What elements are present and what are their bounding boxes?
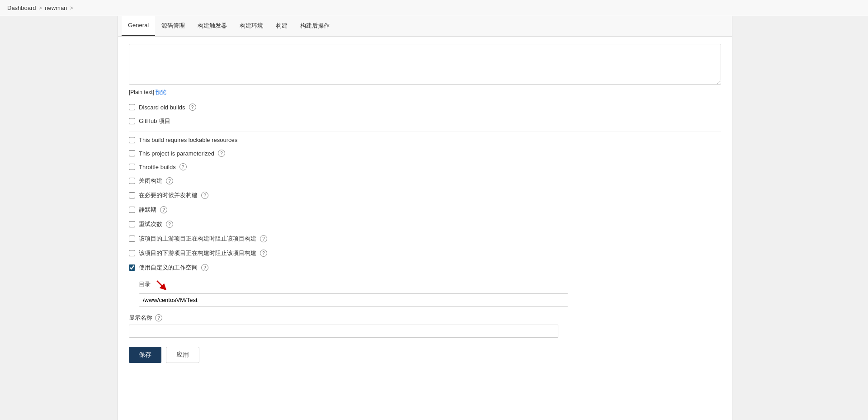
checkbox-row-concurrent: 在必要的时候并发构建 ? <box>129 191 721 199</box>
help-icon-upstream-block[interactable]: ? <box>260 235 267 242</box>
label-upstream-block: 该项目的上游项目正在构建时阻止该项目构建 <box>139 235 256 243</box>
divider-1 <box>129 132 721 132</box>
checkbox-row-parameterized: This project is parameterized ? <box>129 150 721 157</box>
checkbox-downstream-block[interactable] <box>129 250 135 256</box>
tab-source[interactable]: 源码管理 <box>155 16 191 36</box>
directory-input[interactable] <box>139 293 568 307</box>
checkbox-row-retry: 重试次数 ? <box>129 220 721 228</box>
display-name-input[interactable] <box>129 325 558 338</box>
preview-link[interactable]: 预览 <box>156 89 166 95</box>
form-body: [Plain text] 预览 Discard old builds ? Git… <box>118 37 732 370</box>
help-icon-disable-build[interactable]: ? <box>166 177 173 184</box>
display-name-label: 显示名称 ? <box>129 314 721 322</box>
left-spacer <box>0 16 118 420</box>
dir-label-text: 目录 <box>139 280 151 288</box>
label-retry-count: 重试次数 <box>139 220 162 228</box>
checkbox-discard-old-builds[interactable] <box>129 104 135 110</box>
arrow-indicator-icon <box>153 278 168 291</box>
checkbox-github-project[interactable] <box>129 118 135 124</box>
display-name-section: 显示名称 ? <box>129 314 721 338</box>
checkbox-row-quiet-period: 静默期 ? <box>129 206 721 214</box>
help-icon-throttle[interactable]: ? <box>179 163 187 170</box>
checkbox-row-lockable: This build requires lockable resources <box>129 137 721 143</box>
main-container: General 源码管理 构建触发器 构建环境 构建 构建后操作 [Plain … <box>0 16 868 420</box>
label-concurrent-builds: 在必要的时候并发构建 <box>139 191 198 199</box>
checkbox-row-github: GitHub 项目 <box>129 117 721 125</box>
breadcrumb-sep-1: > <box>39 5 42 11</box>
checkbox-custom-workspace[interactable] <box>129 264 135 271</box>
checkbox-retry-count[interactable] <box>129 221 135 227</box>
dir-label: 目录 <box>139 278 721 291</box>
help-icon-display-name[interactable]: ? <box>155 314 162 321</box>
checkbox-lockable-resources[interactable] <box>129 137 135 143</box>
help-icon-parameterized[interactable]: ? <box>218 150 225 157</box>
action-buttons: 保存 应用 <box>129 347 721 363</box>
checkbox-row-downstream-block: 该项目的下游项目正在构建时阻止该项目构建 ? <box>129 249 721 257</box>
right-spacer <box>732 16 868 420</box>
checkbox-throttle-builds[interactable] <box>129 164 135 170</box>
tab-trigger[interactable]: 构建触发器 <box>191 16 233 36</box>
help-icon-discard[interactable]: ? <box>189 104 196 111</box>
help-icon-custom-workspace[interactable]: ? <box>201 264 208 271</box>
label-quiet-period: 静默期 <box>139 206 156 214</box>
checkbox-row-disable-build: 关闭构建 ? <box>129 177 721 185</box>
help-icon-retry[interactable]: ? <box>166 221 173 228</box>
label-throttle-builds: Throttle builds <box>139 164 176 170</box>
checkbox-row-throttle: Throttle builds ? <box>129 163 721 170</box>
help-icon-downstream-block[interactable]: ? <box>260 250 267 257</box>
save-button[interactable]: 保存 <box>129 347 161 363</box>
tab-general[interactable]: General <box>122 16 155 36</box>
workspace-section: 目录 <box>139 278 721 307</box>
help-icon-quiet-period[interactable]: ? <box>160 206 167 213</box>
tab-build[interactable]: 构建 <box>269 16 294 36</box>
label-disable-build: 关闭构建 <box>139 177 162 185</box>
checkbox-quiet-period[interactable] <box>129 207 135 213</box>
apply-button[interactable]: 应用 <box>166 347 199 363</box>
breadcrumb-sep-2: > <box>70 5 73 11</box>
description-textarea[interactable] <box>129 44 721 85</box>
display-name-label-text: 显示名称 <box>129 314 152 322</box>
breadcrumb-dashboard[interactable]: Dashboard <box>7 5 36 11</box>
label-custom-workspace: 使用自定义的工作空间 <box>139 264 198 272</box>
label-discard-old-builds: Discard old builds <box>139 104 185 111</box>
checkbox-row-upstream-block: 该项目的上游项目正在构建时阻止该项目构建 ? <box>129 235 721 243</box>
checkbox-row-custom-workspace: 使用自定义的工作空间 ? <box>129 264 721 272</box>
label-downstream-block: 该项目的下游项目正在构建时阻止该项目构建 <box>139 249 256 257</box>
breadcrumb: Dashboard > newman > <box>0 0 868 16</box>
checkbox-concurrent-builds[interactable] <box>129 192 135 198</box>
help-icon-concurrent[interactable]: ? <box>201 192 208 199</box>
label-github-project: GitHub 项目 <box>139 117 170 125</box>
label-lockable-resources: This build requires lockable resources <box>139 137 237 143</box>
checkbox-row-discard: Discard old builds ? <box>129 104 721 111</box>
checkbox-upstream-block[interactable] <box>129 236 135 242</box>
svg-line-1 <box>157 281 164 288</box>
tab-post-build[interactable]: 构建后操作 <box>294 16 336 36</box>
checkbox-disable-build[interactable] <box>129 178 135 184</box>
label-parameterized: This project is parameterized <box>139 150 214 157</box>
checkbox-parameterized[interactable] <box>129 150 135 156</box>
breadcrumb-newman[interactable]: newman <box>45 5 67 11</box>
plain-text-label: [Plain text] 预览 <box>129 89 721 96</box>
content-area: General 源码管理 构建触发器 构建环境 构建 构建后操作 [Plain … <box>118 16 732 420</box>
tab-bar: General 源码管理 构建触发器 构建环境 构建 构建后操作 <box>118 16 732 37</box>
tab-build-env[interactable]: 构建环境 <box>233 16 269 36</box>
